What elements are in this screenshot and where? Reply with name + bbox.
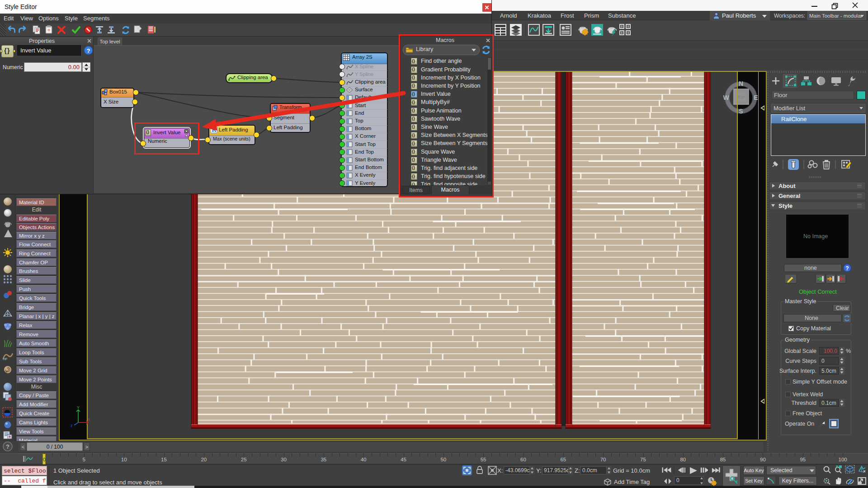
svg-text:x: x — [88, 417, 90, 422]
svg-text:E: E — [754, 94, 758, 101]
svg-text:HF: HF — [3, 357, 8, 361]
svg-text:N: N — [739, 80, 743, 87]
svg-text:?: ? — [6, 443, 9, 450]
svg-text:0x: 0x — [4, 371, 7, 374]
svg-text:z: z — [71, 423, 73, 427]
svg-text:?: ? — [87, 47, 90, 54]
svg-text:Y: Y — [77, 405, 80, 410]
svg-text:W: W — [723, 94, 729, 101]
svg-text:?: ? — [845, 265, 849, 272]
svg-text:TOP: TOP — [737, 95, 745, 99]
svg-text:S: S — [739, 108, 743, 115]
